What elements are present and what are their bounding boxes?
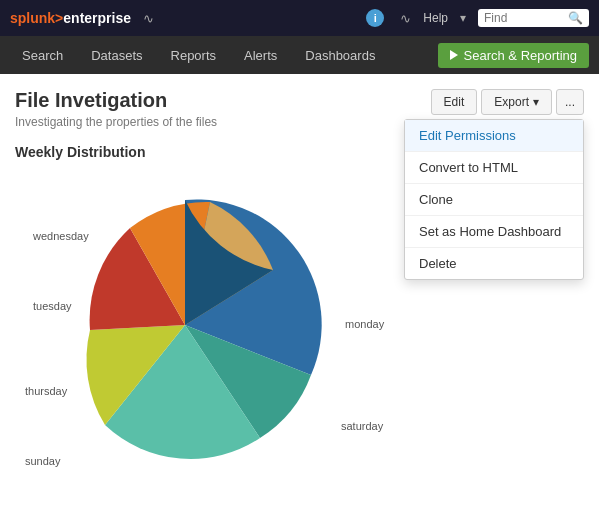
help-chevron-icon: ▾ (460, 11, 466, 25)
nav-item-alerts[interactable]: Alerts (232, 40, 289, 71)
dropdown-delete[interactable]: Delete (405, 248, 583, 279)
label-monday: monday (345, 318, 384, 330)
more-options-button[interactable]: ... (556, 89, 584, 115)
nav-item-datasets[interactable]: Datasets (79, 40, 154, 71)
activity-icon: ∿ (143, 11, 154, 26)
nav-item-dashboards[interactable]: Dashboards (293, 40, 387, 71)
search-reporting-button[interactable]: Search & Reporting (438, 43, 589, 68)
export-chevron-icon: ▾ (533, 95, 539, 109)
nav-bar: Search Datasets Reports Alerts Dashboard… (0, 36, 599, 74)
dropdown-set-home[interactable]: Set as Home Dashboard (405, 216, 583, 248)
main-content: File Invetigation Investigating the prop… (0, 74, 599, 490)
find-search-icon: 🔍 (568, 11, 583, 25)
label-saturday: saturday (341, 420, 383, 432)
top-bar: splunk>enterprise ∿ i ∿ Help ▾ 🔍 (0, 0, 599, 36)
action-bar: Edit Export ▾ ... (431, 89, 584, 115)
dropdown-clone[interactable]: Clone (405, 184, 583, 216)
label-sunday: sunday (25, 455, 60, 467)
label-wednesday: wednesday (33, 230, 89, 242)
export-label: Export (494, 95, 529, 109)
dropdown-edit-permissions[interactable]: Edit Permissions (405, 120, 583, 152)
info-icon[interactable]: i (366, 9, 384, 27)
label-tuesday: tuesday (33, 300, 72, 312)
find-box[interactable]: 🔍 (478, 9, 589, 27)
splunk-logo: splunk>enterprise (10, 10, 131, 26)
help-button[interactable]: Help (423, 11, 448, 25)
dropdown-convert-html[interactable]: Convert to HTML (405, 152, 583, 184)
nav-item-search[interactable]: Search (10, 40, 75, 71)
nav-item-reports[interactable]: Reports (159, 40, 229, 71)
edit-button[interactable]: Edit (431, 89, 478, 115)
export-button[interactable]: Export ▾ (481, 89, 552, 115)
top-bar-icons: ∿ (143, 11, 354, 26)
label-thursday: thursday (25, 385, 67, 397)
activity-icon2: ∿ (400, 11, 411, 26)
nav-right: Search & Reporting (438, 43, 589, 68)
pie-chart-svg (15, 170, 355, 480)
find-input[interactable] (484, 11, 564, 25)
search-reporting-icon (450, 50, 458, 60)
dropdown-menu: Edit Permissions Convert to HTML Clone S… (404, 119, 584, 280)
search-reporting-label: Search & Reporting (464, 48, 577, 63)
